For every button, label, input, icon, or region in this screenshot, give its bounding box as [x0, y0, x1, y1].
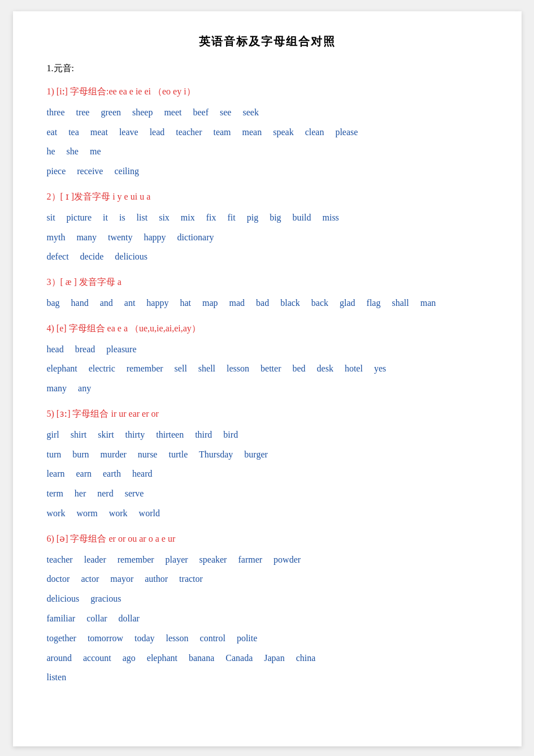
- word-line: eat tea meat leave lead teacher team mea…: [47, 124, 488, 141]
- word-line: together tomorrow today lesson control p…: [47, 630, 488, 647]
- word-line: learn earn earth heard: [47, 466, 488, 482]
- phonetics-container: 1) [iː] 字母组合:ee ea e ie ei （eo ey i） thr…: [47, 84, 488, 686]
- word-line: three tree green sheep meet beef see see…: [47, 105, 488, 121]
- word-line: listen: [47, 669, 488, 686]
- phonetic-heading-3: 3）[ æ ] 发音字母 a: [47, 274, 488, 291]
- word-line: delicious gracious: [47, 591, 488, 607]
- word-line: term her nerd serve: [47, 486, 488, 502]
- phonetic-heading-5: 5) [ɜː] 字母组合 ir ur ear er or: [47, 406, 488, 422]
- word-line: defect decide delicious: [47, 249, 488, 265]
- word-line: head bread pleasure: [47, 342, 488, 358]
- phonetic-heading-2: 2）[ ɪ ]发音字母 i y e ui u a: [47, 189, 488, 205]
- word-line: doctor actor mayor author tractor: [47, 571, 488, 587]
- word-line: bag hand and ant happy hat map mad bad b…: [47, 295, 488, 312]
- word-line: familiar collar dollar: [47, 611, 488, 627]
- word-line: teacher leader remember player speaker f…: [47, 552, 488, 568]
- phonetic-heading-6: 6) [ə] 字母组合 er or ou ar o a e ur: [47, 531, 488, 547]
- phonetic-heading-4: 4) [e] 字母组合 ea e a （ue,u,ie,ai,ei,ay）: [47, 321, 488, 337]
- word-line: around account ago elephant banana Canad…: [47, 650, 488, 667]
- page: 英语音标及字母组合对照 1.元音: 1) [iː] 字母组合:ee ea e i…: [13, 11, 522, 746]
- phonetic-heading-1: 1) [iː] 字母组合:ee ea e ie ei （eo ey i）: [47, 84, 488, 100]
- page-title: 英语音标及字母组合对照: [47, 34, 488, 49]
- word-line: elephant electric remember sell shell le…: [47, 361, 488, 377]
- word-line: myth many twenty happy dictionary: [47, 230, 488, 246]
- word-line: turn burn murder nurse turtle Thursday b…: [47, 447, 488, 463]
- word-line: piece receive ceiling: [47, 163, 488, 180]
- word-line: girl shirt skirt thirty thirteen third b…: [47, 427, 488, 443]
- section-heading: 1.元音:: [47, 63, 488, 75]
- word-line: work worm work world: [47, 506, 488, 522]
- word-line: sit picture it is list six mix fix fit p…: [47, 210, 488, 226]
- word-line: he she me: [47, 144, 488, 160]
- word-line: many any: [47, 381, 488, 397]
